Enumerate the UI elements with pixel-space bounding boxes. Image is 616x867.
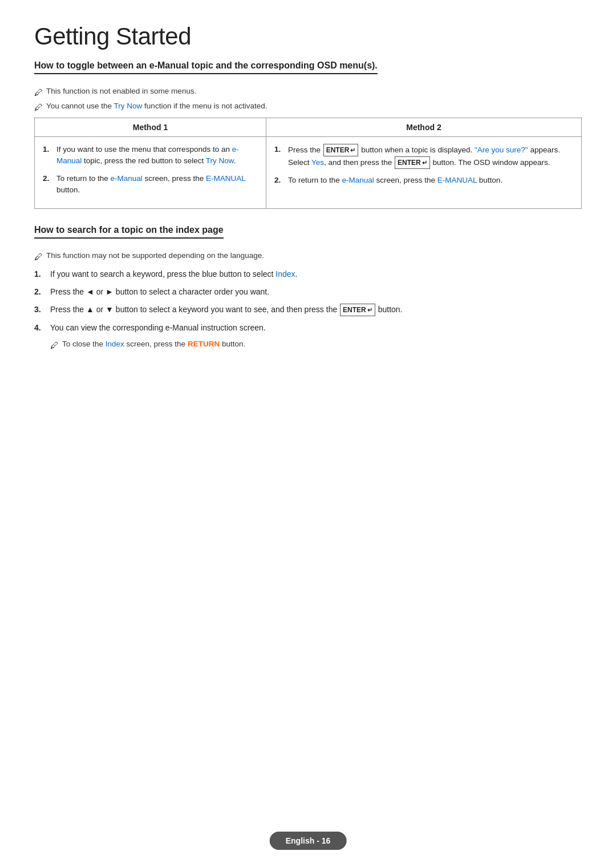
emanual-link-m1-2[interactable]: e-Manual: [111, 174, 143, 183]
method2-item1: 1. Press the ENTER↵ button when a topic …: [274, 144, 573, 169]
method1-num2: 2.: [43, 173, 53, 184]
method1-list: 1. If you want to use the menu that corr…: [43, 144, 258, 196]
index-link-2[interactable]: Index: [106, 340, 124, 348]
section1-notes: 🖊 This function is not enabled in some m…: [34, 87, 582, 112]
section2-text1: If you want to search a keyword, press t…: [50, 268, 297, 280]
method1-num1: 1.: [43, 144, 53, 155]
method1-text1: If you want to use the menu that corresp…: [56, 144, 258, 167]
are-you-sure-text: "Are you sure?": [475, 146, 528, 154]
try-now-link[interactable]: Try Now: [114, 102, 143, 110]
enter-badge-m2-1: ENTER↵: [323, 144, 359, 156]
page-footer: English - 16: [270, 832, 347, 850]
method1-content: 1. If you want to use the menu that corr…: [35, 137, 266, 209]
note-line-1: 🖊 This function is not enabled in some m…: [34, 87, 582, 97]
section2-num2: 2.: [34, 286, 47, 298]
methods-table: Method 1 Method 2 1. If you want to use …: [34, 118, 582, 209]
note-icon-1: 🖊: [34, 87, 43, 97]
section2-num4: 4.: [34, 322, 47, 334]
enter-badge-m2-2: ENTER↵: [395, 156, 430, 169]
method2-item2: 2. To return to the e-Manual screen, pre…: [274, 175, 573, 186]
method1-text2: To return to the e-Manual screen, press …: [56, 173, 258, 196]
index-link-1[interactable]: Index: [275, 269, 295, 279]
page-title: Getting Started: [34, 23, 582, 50]
section2-note-text: This function may not be supported depen…: [46, 251, 264, 260]
method2-num2: 2.: [274, 175, 285, 186]
section2-num3: 3.: [34, 304, 47, 316]
method1-header: Method 1: [35, 118, 266, 137]
note-text-1: This function is not enabled in some men…: [46, 87, 196, 95]
section2-text3: Press the ▲ or ▼ button to select a keyw…: [50, 304, 402, 316]
try-now-link-m1[interactable]: Try Now: [206, 156, 234, 165]
method1-item1: 1. If you want to use the menu that corr…: [43, 144, 258, 167]
page-container: Getting Started How to toggle between an…: [0, 0, 616, 396]
section2-heading: How to search for a topic on the index p…: [34, 225, 224, 239]
method2-num1: 1.: [274, 144, 285, 155]
section2: How to search for a topic on the index p…: [34, 225, 582, 350]
enter-badge-s2: ENTER↵: [340, 304, 375, 316]
section2-num1: 1.: [34, 268, 47, 280]
section2-subnote-text: To close the Index screen, press the RET…: [62, 340, 245, 348]
method2-content: 1. Press the ENTER↵ button when a topic …: [266, 137, 581, 209]
note-line-2: 🖊 You cannot use the Try Now function if…: [34, 102, 582, 112]
section2-note: 🖊 This function may not be supported dep…: [34, 251, 582, 261]
emanual-button-m1[interactable]: E-MANUAL: [206, 174, 245, 183]
note-icon-s2: 🖊: [34, 252, 43, 261]
method2-text1: Press the ENTER↵ button when a topic is …: [288, 144, 573, 169]
method1-item2: 2. To return to the e-Manual screen, pre…: [43, 173, 258, 196]
section2-item2: 2. Press the ◄ or ► button to select a c…: [34, 286, 582, 298]
method2-list: 1. Press the ENTER↵ button when a topic …: [274, 144, 573, 186]
section2-text2: Press the ◄ or ► button to select a char…: [50, 286, 269, 298]
emanual-button-m2[interactable]: E-MANUAL: [437, 176, 477, 184]
note-text-2: You cannot use the Try Now function if t…: [46, 102, 267, 110]
method2-text2: To return to the e-Manual screen, press …: [288, 175, 502, 186]
section2-item1: 1. If you want to search a keyword, pres…: [34, 268, 582, 280]
section2-item4: 4. You can view the corresponding e-Manu…: [34, 322, 582, 334]
section2-text4: You can view the corresponding e-Manual …: [50, 322, 266, 334]
yes-link: Yes: [311, 158, 324, 167]
return-link: RETURN: [188, 340, 220, 348]
section2-item3: 3. Press the ▲ or ▼ button to select a k…: [34, 304, 582, 316]
section2-subnote: 🖊 To close the Index screen, press the R…: [50, 340, 582, 350]
section2-list: 1. If you want to search a keyword, pres…: [34, 268, 582, 334]
emanual-link-m2[interactable]: e-Manual: [342, 176, 374, 184]
method2-header: Method 2: [266, 118, 581, 137]
section1-heading: How to toggle between an e-Manual topic …: [34, 61, 378, 74]
note-icon-2: 🖊: [34, 102, 43, 112]
note-icon-sub: 🖊: [50, 340, 59, 350]
